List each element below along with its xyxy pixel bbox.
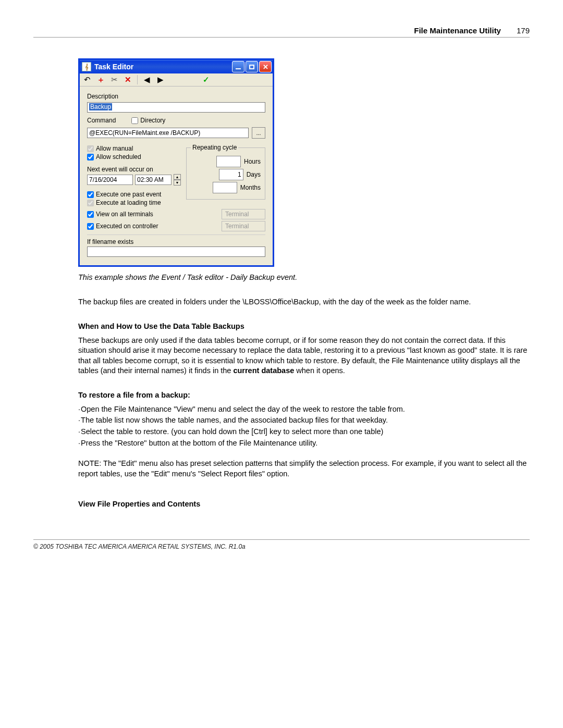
exec-one-past-checkbox[interactable]: Execute one past event	[87, 191, 181, 198]
undo-icon[interactable]: ↶	[83, 76, 91, 84]
close-button[interactable]	[259, 61, 272, 72]
figure-caption: This example shows the Event / Task edit…	[78, 273, 530, 281]
if-filename-label: If filename exists	[87, 238, 265, 245]
note-paragraph: NOTE: The "Edit" menu also has preset se…	[78, 459, 530, 479]
page-footer: © 2005 TOSHIBA TEC AMERICA AMERICA RETAI…	[33, 539, 530, 550]
command-label: Command	[87, 117, 116, 124]
terminal-box-1: Terminal	[222, 209, 265, 219]
months-input[interactable]	[213, 182, 237, 193]
task-editor-window: 𝄞 Task Editor ↶ ＋ ✂ ✕ ◀ ▶ ✓	[78, 58, 274, 267]
add-icon[interactable]: ＋	[96, 76, 105, 84]
header-page-number: 179	[517, 26, 530, 35]
minimize-button[interactable]	[232, 61, 244, 72]
header-title: File Maintenance Utility	[414, 26, 501, 35]
delete-icon[interactable]: ✕	[124, 76, 132, 84]
time-spinner[interactable]: ▲▼	[174, 174, 181, 186]
time-input[interactable]	[135, 175, 172, 185]
app-icon: 𝄞	[82, 62, 91, 71]
check-icon[interactable]: ✓	[202, 76, 211, 84]
date-input[interactable]	[87, 175, 133, 185]
page-header: File Maintenance Utility 179	[33, 26, 530, 38]
allow-scheduled-checkbox[interactable]: Allow scheduled	[87, 153, 181, 161]
next-icon[interactable]: ▶	[156, 76, 165, 84]
exec-loading-checkbox[interactable]: Execute at loading time	[87, 199, 181, 206]
description-label: Description	[87, 93, 118, 100]
restore-step: The table list now shows the table names…	[78, 415, 530, 426]
toolbar: ↶ ＋ ✂ ✕ ◀ ▶ ✓	[80, 73, 273, 87]
restore-step: Press the "Restore" button at the bottom…	[78, 438, 530, 449]
exec-controller-checkbox[interactable]: Executed on controller	[87, 223, 158, 230]
view-all-terminals-checkbox[interactable]: View on all terminals	[87, 211, 153, 218]
hours-input[interactable]	[216, 156, 241, 167]
filename-input[interactable]	[87, 246, 265, 257]
window-title: Task Editor	[94, 63, 133, 71]
paragraph-backup-folders: The backup files are created in folders …	[78, 297, 530, 307]
directory-checkbox[interactable]: Directory	[131, 117, 165, 124]
command-input[interactable]	[87, 128, 249, 138]
maximize-button[interactable]	[246, 61, 258, 72]
allow-manual-checkbox[interactable]: Allow manual	[87, 145, 181, 152]
repeating-cycle-group: Repeating cycle Hours Days Months	[186, 144, 265, 200]
days-input[interactable]	[219, 169, 243, 180]
restore-step: Select the table to restore. (you can ho…	[78, 427, 530, 437]
next-event-label: Next event will occur on	[87, 166, 181, 173]
separator	[87, 235, 265, 235]
cut-icon[interactable]: ✂	[110, 76, 118, 84]
browse-button[interactable]: ...	[252, 127, 265, 139]
toolbar-separator	[137, 75, 138, 84]
paragraph-when-how: These backups are only used if the data …	[78, 336, 530, 376]
section-heading-view-props: View File Properties and Contents	[78, 500, 530, 508]
section-heading-when-how: When and How to Use the Data Table Backu…	[78, 322, 530, 330]
terminal-box-2: Terminal	[222, 221, 265, 231]
restore-step: Open the File Maintenance "View" menu an…	[78, 404, 530, 415]
description-input[interactable]: Backup	[87, 102, 265, 113]
section-heading-restore: To restore a file from a backup:	[78, 391, 530, 399]
titlebar[interactable]: 𝄞 Task Editor	[80, 60, 273, 73]
prev-icon[interactable]: ◀	[143, 76, 151, 84]
